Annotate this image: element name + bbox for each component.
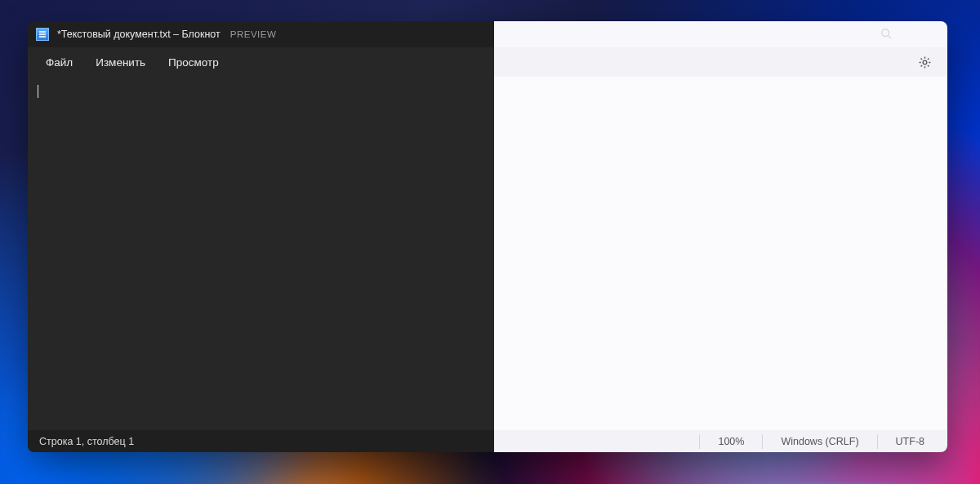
preview-label: PREVIEW bbox=[230, 29, 277, 39]
window-title: *Текстовый документ.txt – Блокнот bbox=[57, 29, 220, 40]
encoding[interactable]: UTF-8 bbox=[877, 434, 947, 449]
text-editor[interactable] bbox=[28, 77, 494, 430]
settings-button[interactable] bbox=[913, 51, 936, 73]
menu-view[interactable]: Просмотр bbox=[157, 51, 230, 73]
titlebar-right bbox=[494, 21, 947, 47]
menubar-left: Файл Изменить Просмотр bbox=[28, 47, 494, 77]
statusbar-left: Строка 1, столбец 1 bbox=[28, 430, 494, 452]
preview-pane bbox=[494, 77, 947, 430]
statusbar: Строка 1, столбец 1 100% Windows (CRLF) … bbox=[28, 430, 947, 452]
menu-file[interactable]: Файл bbox=[34, 51, 84, 73]
menubar-right bbox=[494, 47, 947, 77]
menubar: Файл Изменить Просмотр bbox=[28, 47, 947, 77]
gear-icon bbox=[918, 56, 932, 69]
text-caret bbox=[38, 85, 38, 98]
cursor-position: Строка 1, столбец 1 bbox=[39, 436, 134, 447]
notepad-app-icon bbox=[36, 28, 49, 41]
svg-line-1 bbox=[889, 36, 892, 39]
line-ending[interactable]: Windows (CRLF) bbox=[762, 434, 876, 449]
svg-point-0 bbox=[882, 29, 889, 37]
titlebar[interactable]: *Текстовый документ.txt – Блокнот PREVIE… bbox=[28, 21, 947, 47]
statusbar-right: 100% Windows (CRLF) UTF-8 bbox=[494, 430, 947, 452]
menu-edit[interactable]: Изменить bbox=[84, 51, 157, 73]
notepad-window: *Текстовый документ.txt – Блокнот PREVIE… bbox=[28, 21, 947, 452]
titlebar-left: *Текстовый документ.txt – Блокнот PREVIE… bbox=[28, 21, 494, 47]
zoom-level[interactable]: 100% bbox=[699, 434, 762, 449]
content-area bbox=[28, 77, 947, 430]
search-icon[interactable] bbox=[880, 28, 892, 39]
svg-point-2 bbox=[923, 60, 927, 64]
